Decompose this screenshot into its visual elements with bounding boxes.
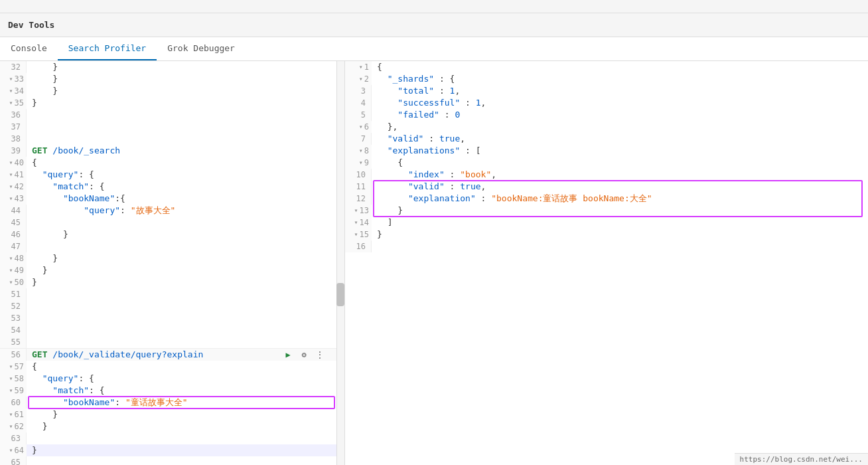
line-content: "match": { xyxy=(27,181,336,193)
more-options-button[interactable]: ⋮ xyxy=(314,349,326,361)
line-content: } xyxy=(27,97,336,109)
tab-console[interactable]: Console xyxy=(0,37,58,60)
line-number: ▾13 xyxy=(345,205,372,217)
line-content xyxy=(27,312,336,324)
line-content: "match": { xyxy=(27,385,336,397)
status-bar: https://blog.csdn.net/wei... xyxy=(735,453,868,465)
line-content: { xyxy=(372,61,868,73)
table-row: ▾8 "explanations" : [ xyxy=(345,145,868,157)
fold-indicator[interactable]: ▾ xyxy=(359,61,363,73)
line-content xyxy=(27,133,336,145)
fold-indicator[interactable]: ▾ xyxy=(359,145,363,157)
line-content: ] xyxy=(372,217,868,229)
fold-indicator[interactable]: ▾ xyxy=(9,73,13,85)
line-number: 38 xyxy=(0,133,27,145)
line-number: 46 xyxy=(0,229,27,240)
fold-indicator[interactable]: ▾ xyxy=(359,157,363,169)
table-row: ▾41 "query": { xyxy=(0,169,336,181)
table-row: ▾13 } xyxy=(345,205,868,217)
fold-indicator[interactable]: ▾ xyxy=(9,193,13,205)
fold-indicator[interactable]: ▾ xyxy=(9,252,13,264)
line-number: ▾62 xyxy=(0,420,27,432)
line-number: ▾33 xyxy=(0,73,27,85)
line-content: "explanations" : [ xyxy=(372,145,868,157)
line-number: 56 xyxy=(0,349,27,361)
line-number: ▾48 xyxy=(0,252,27,264)
main-content: 32 }▾33 }▾34 }▾35}36373839GET /book/_sea… xyxy=(0,61,868,465)
fold-indicator[interactable]: ▾ xyxy=(354,217,358,229)
table-row: 63 xyxy=(0,432,336,444)
play-button[interactable]: ▶ xyxy=(282,349,294,361)
right-code-area[interactable]: ▾1{▾2 "_shards" : {3 "total" : 1,4 "succ… xyxy=(345,61,868,252)
table-row: 36 xyxy=(0,109,336,121)
table-row: 16 xyxy=(345,240,868,252)
fold-indicator[interactable]: ▾ xyxy=(9,157,13,169)
fold-indicator[interactable]: ▾ xyxy=(9,276,13,288)
fold-indicator[interactable]: ▾ xyxy=(9,444,13,456)
line-number: 52 xyxy=(0,300,27,312)
line-content: "query": { xyxy=(27,169,336,181)
table-row: 44 "query": "故事大全" xyxy=(0,205,336,217)
line-number: ▾6 xyxy=(345,121,372,133)
table-row: ▾42 "match": { xyxy=(0,181,336,193)
fold-indicator[interactable]: ▾ xyxy=(9,373,13,385)
table-row: 37 xyxy=(0,121,336,133)
fold-indicator[interactable]: ▾ xyxy=(9,385,13,397)
fold-indicator[interactable]: ▾ xyxy=(354,205,358,217)
table-row: ▾33 } xyxy=(0,73,336,85)
line-content xyxy=(27,240,336,252)
line-number: 44 xyxy=(0,205,27,217)
fold-indicator[interactable]: ▾ xyxy=(354,229,358,240)
fold-indicator[interactable]: ▾ xyxy=(9,420,13,432)
left-code-area[interactable]: 32 }▾33 }▾34 }▾35}36373839GET /book/_sea… xyxy=(0,61,344,465)
line-content xyxy=(27,300,336,312)
fold-indicator[interactable]: ▾ xyxy=(9,181,13,193)
table-row: ▾1{ xyxy=(345,61,868,73)
line-content: { xyxy=(372,157,868,169)
table-row: 4 "successful" : 1, xyxy=(345,97,868,109)
tab-grok-debugger[interactable]: Grok Debugger xyxy=(157,37,246,60)
line-number: 3 xyxy=(345,85,372,97)
line-number: ▾64 xyxy=(0,444,27,456)
table-row: 11 "valid" : true, xyxy=(345,181,868,193)
line-content: } xyxy=(27,85,336,97)
fold-indicator[interactable]: ▾ xyxy=(9,361,13,373)
line-content: "query": "故事大全" xyxy=(27,205,336,217)
left-scrollbar[interactable] xyxy=(336,61,344,465)
status-url: https://blog.csdn.net/wei... xyxy=(740,455,863,464)
left-scrollbar-thumb[interactable] xyxy=(336,283,344,306)
fold-indicator[interactable]: ▾ xyxy=(9,409,13,420)
table-row: ▾14 ] xyxy=(345,217,868,229)
table-row: ▾50} xyxy=(0,276,336,288)
line-content: } xyxy=(27,73,336,85)
line-number: 32 xyxy=(0,61,27,73)
table-row: 32 } xyxy=(0,61,336,73)
fold-indicator[interactable]: ▾ xyxy=(9,85,13,97)
line-content: } xyxy=(27,61,336,73)
line-content: "valid" : true, xyxy=(372,181,868,193)
line-number: 63 xyxy=(0,432,27,444)
line-number: ▾41 xyxy=(0,169,27,181)
table-row: ▾6 }, xyxy=(345,121,868,133)
fold-indicator[interactable]: ▾ xyxy=(9,264,13,276)
line-content xyxy=(27,121,336,133)
line-content: } xyxy=(372,205,868,217)
line-number: 47 xyxy=(0,240,27,252)
line-content: "failed" : 0 xyxy=(372,109,868,121)
fold-indicator[interactable]: ▾ xyxy=(359,73,363,85)
line-number: 36 xyxy=(0,109,27,121)
table-row: ▾58 "query": { xyxy=(0,373,336,385)
line-content: "_shards" : { xyxy=(372,73,868,85)
table-row: ▾43 "bookName":{ xyxy=(0,193,336,205)
table-row: 52 xyxy=(0,300,336,312)
line-content: } xyxy=(27,252,336,264)
tab-search-profiler[interactable]: Search Profiler xyxy=(58,37,157,60)
wrench-button[interactable]: ⚙ xyxy=(298,349,310,361)
table-row: 54 xyxy=(0,324,336,336)
table-row: ▾64} xyxy=(0,444,336,456)
fold-indicator[interactable]: ▾ xyxy=(359,121,363,133)
fold-indicator[interactable]: ▾ xyxy=(9,97,13,109)
line-number: 51 xyxy=(0,288,27,300)
line-number: ▾58 xyxy=(0,373,27,385)
fold-indicator[interactable]: ▾ xyxy=(9,169,13,181)
